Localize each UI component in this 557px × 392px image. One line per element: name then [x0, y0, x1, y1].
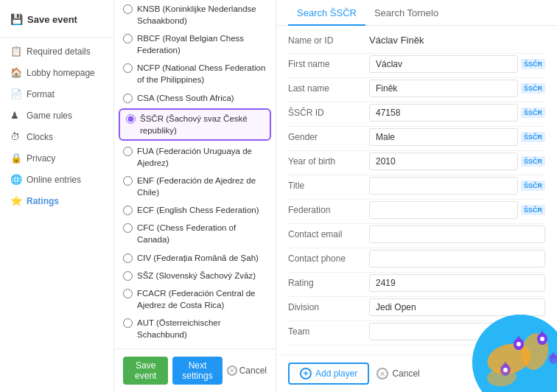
federation-item-civ[interactable]: CIV (Federația Română de Șah) [114, 249, 276, 267]
sscr-id-input[interactable] [369, 104, 518, 122]
federation-radio-fcacr[interactable] [123, 289, 133, 298]
sidebar-item-required-details[interactable]: 📋 Required details [0, 41, 113, 62]
form-row-contact-phone: Contact phone [288, 250, 545, 267]
gender-input[interactable] [369, 128, 518, 146]
year-of-birth-value: ŠSČR [369, 153, 545, 170]
form-row-team: Team [288, 323, 545, 340]
federation-label-knsb: KNSB (Koninklijke Nederlandse Schaakbond… [137, 3, 267, 27]
next-settings-button[interactable]: Next settings [172, 357, 222, 385]
federation-radio-aut[interactable] [123, 318, 133, 328]
federation-item-fcacr[interactable]: FCACR (Federación Central de Ajedrez de … [114, 284, 276, 314]
sidebar-item-lobby-homepage[interactable]: 🏠 Lobby homepage [0, 62, 113, 83]
tab-search-tornelo[interactable]: Search Tornelo [365, 0, 447, 26]
divider-13 [288, 345, 545, 346]
gender-value: ŠSČR [369, 128, 545, 146]
form-row-division: Division [288, 298, 545, 316]
sidebar-item-game-rules[interactable]: ♟ Game rules [0, 105, 113, 126]
federation-input[interactable] [369, 201, 518, 219]
sidebar-label-required-details: Required details [27, 46, 91, 57]
federation-label-ssz: SŠZ (Slovenský Šachový Zvāz) [137, 270, 256, 281]
federation-radio-knsb[interactable] [123, 4, 133, 14]
federation-label-field: Federation [288, 205, 369, 215]
team-input[interactable] [369, 323, 545, 340]
federation-item-ecf[interactable]: ECF (English Chess Federation) [114, 201, 276, 219]
divider-12 [288, 321, 545, 321]
sidebar: 💾 Save event 📋 Required details 🏠 Lobby … [0, 0, 114, 392]
federation-item-cfc[interactable]: CFC (Chess Federation of Canada) [114, 219, 276, 248]
last-name-input[interactable] [369, 80, 518, 97]
federation-item-csa[interactable]: CSA (Chess South Africa) [114, 89, 276, 107]
add-player-button[interactable]: + Add player [288, 363, 369, 385]
federation-radio-ncfp[interactable] [123, 63, 133, 73]
team-label: Team [288, 326, 369, 337]
search-cancel-button[interactable]: ✕ Cancel [376, 368, 419, 379]
title-label: Title [288, 181, 369, 191]
sidebar-item-online-entries[interactable]: 🌐 Online entries [0, 169, 113, 190]
sscr-id-badge: ŠSČR [521, 108, 545, 118]
federation-radio-fua[interactable] [123, 147, 133, 156]
form-row-title: Title ŠSČR [288, 177, 545, 195]
federation-label-cfc: CFC (Chess Federation of Canada) [137, 222, 267, 245]
federation-radio-enf[interactable] [123, 176, 133, 186]
required-details-icon: 📋 [10, 46, 21, 57]
divider-8 [288, 223, 545, 224]
last-name-value: ŠSČR [369, 80, 545, 97]
sidebar-item-format[interactable]: 📄 Format [0, 83, 113, 105]
federation-badge: ŠSČR [521, 205, 545, 215]
cancel-label: Cancel [239, 365, 267, 376]
sidebar-item-clocks[interactable]: ⏱ Clocks [0, 126, 113, 147]
year-of-birth-input[interactable] [369, 153, 518, 170]
name-id-value [369, 32, 545, 49]
federation-radio-cfc[interactable] [123, 223, 133, 233]
tab-search-sscr[interactable]: Search ŠSČR [288, 0, 365, 26]
sidebar-item-privacy[interactable]: 🔒 Privacy [0, 147, 113, 169]
federation-item-rbcf[interactable]: RBCF (Royal Belgian Chess Federation) [114, 29, 276, 59]
first-name-value: ŠSČR [369, 55, 545, 73]
contact-phone-label: Contact phone [288, 253, 369, 264]
name-id-input[interactable] [369, 32, 545, 49]
federation-item-enf[interactable]: ENF (Federación de Ajedrez de Chile) [114, 172, 276, 201]
federation-label-aut: AUT (Österreichischer Schachbund) [137, 317, 267, 340]
title-input[interactable] [369, 177, 518, 195]
form-row-sscr-id: ŠSČR ID ŠSČR [288, 104, 545, 122]
first-name-input[interactable] [369, 55, 518, 73]
sidebar-item-ratings[interactable]: ⭐ Ratings [0, 190, 113, 211]
federation-radio-sscr[interactable] [126, 114, 136, 124]
federation-item-ssz[interactable]: SŠZ (Slovenský Šachový Zvāz) [114, 267, 276, 284]
ratings-icon: ⭐ [10, 195, 21, 206]
form-row-first-name: First name ŠSČR [288, 55, 545, 73]
federation-item-fua[interactable]: FUA (Federación Uruguaya de Ajedrez) [114, 142, 276, 172]
divider-5 [288, 150, 545, 151]
federation-list-scroll[interactable]: KNSB (Koninklijke Nederlandse Schaakbond… [114, 0, 276, 346]
cancel-button[interactable]: ✕ Cancel [227, 365, 267, 376]
federation-label-ncfp: NCFP (National Chess Federation of the P… [137, 62, 267, 85]
federation-item-ncfp[interactable]: NCFP (National Chess Federation of the P… [114, 59, 276, 88]
federation-label-rbcf: RBCF (Royal Belgian Chess Federation) [137, 32, 267, 56]
federation-label-csa: CSA (Chess South Africa) [137, 92, 234, 104]
save-event-button[interactable]: Save event [123, 357, 168, 385]
federation-radio-ecf[interactable] [123, 206, 133, 215]
name-id-label: Name or ID [288, 35, 369, 46]
federation-radio-ssz[interactable] [123, 271, 133, 281]
division-input[interactable] [369, 298, 545, 316]
federation-radio-csa[interactable] [123, 94, 133, 103]
search-cancel-icon: ✕ [376, 368, 388, 379]
federation-list: KNSB (Koninklijke Nederlandse Schaakbond… [114, 0, 276, 343]
form-row-federation: Federation ŠSČR [288, 201, 545, 219]
federation-item-sscr[interactable]: ŠSČR (Šachový svaz České republiky) [119, 108, 271, 141]
federation-radio-civ[interactable] [123, 253, 133, 263]
federation-radio-rbcf[interactable] [123, 34, 133, 43]
contact-phone-input[interactable] [369, 250, 545, 267]
federation-item-aut[interactable]: AUT (Österreichischer Schachbund) [114, 314, 276, 343]
rating-input[interactable] [369, 274, 545, 292]
sidebar-header: 💾 Save event [0, 7, 113, 34]
search-cancel-label: Cancel [392, 368, 419, 379]
federation-field-value: ŠSČR [369, 201, 545, 219]
divider-4 [288, 126, 545, 127]
gender-label: Gender [288, 132, 369, 142]
sidebar-title: Save event [27, 14, 77, 25]
form-row-name-id: Name or ID [288, 32, 545, 49]
sidebar-label-clocks: Clocks [27, 132, 53, 142]
contact-email-input[interactable] [369, 225, 545, 243]
federation-item-knsb[interactable]: KNSB (Koninklijke Nederlandse Schaakbond… [114, 0, 276, 29]
